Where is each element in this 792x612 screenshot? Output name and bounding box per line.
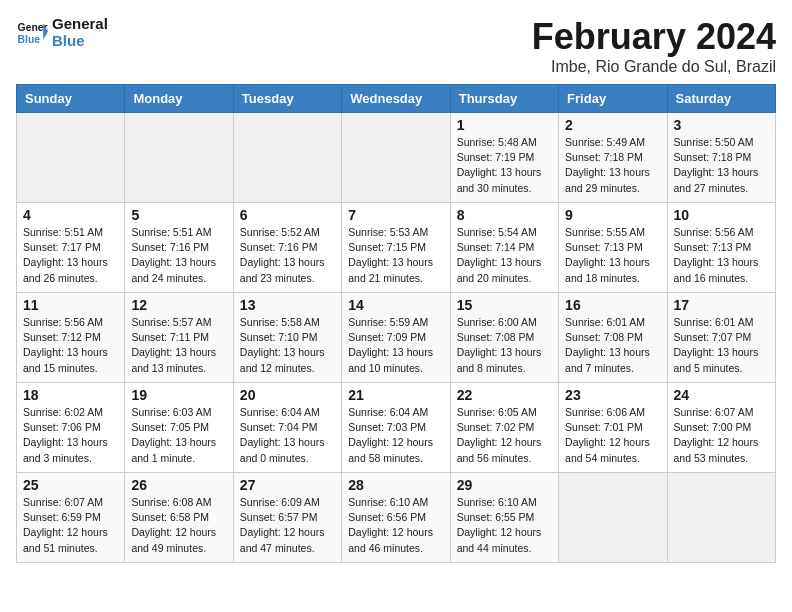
calendar-cell: 29Sunrise: 6:10 AM Sunset: 6:55 PM Dayli… [450, 473, 558, 563]
calendar-cell: 17Sunrise: 6:01 AM Sunset: 7:07 PM Dayli… [667, 293, 775, 383]
calendar-cell: 25Sunrise: 6:07 AM Sunset: 6:59 PM Dayli… [17, 473, 125, 563]
logo: General Blue General Blue [16, 16, 108, 49]
day-info: Sunrise: 5:51 AM Sunset: 7:16 PM Dayligh… [131, 225, 226, 286]
day-info: Sunrise: 6:04 AM Sunset: 7:03 PM Dayligh… [348, 405, 443, 466]
weekday-header-sunday: Sunday [17, 85, 125, 113]
day-info: Sunrise: 5:49 AM Sunset: 7:18 PM Dayligh… [565, 135, 660, 196]
weekday-header-tuesday: Tuesday [233, 85, 341, 113]
day-number: 19 [131, 387, 226, 403]
header: General Blue General Blue February 2024 … [16, 16, 776, 76]
calendar-cell: 9Sunrise: 5:55 AM Sunset: 7:13 PM Daylig… [559, 203, 667, 293]
calendar-cell: 11Sunrise: 5:56 AM Sunset: 7:12 PM Dayli… [17, 293, 125, 383]
calendar-cell: 24Sunrise: 6:07 AM Sunset: 7:00 PM Dayli… [667, 383, 775, 473]
calendar-cell [125, 113, 233, 203]
day-info: Sunrise: 6:04 AM Sunset: 7:04 PM Dayligh… [240, 405, 335, 466]
weekday-header-monday: Monday [125, 85, 233, 113]
day-number: 27 [240, 477, 335, 493]
weekday-header-wednesday: Wednesday [342, 85, 450, 113]
logo-blue: Blue [52, 33, 108, 50]
week-row-2: 11Sunrise: 5:56 AM Sunset: 7:12 PM Dayli… [17, 293, 776, 383]
day-info: Sunrise: 5:55 AM Sunset: 7:13 PM Dayligh… [565, 225, 660, 286]
calendar-cell: 4Sunrise: 5:51 AM Sunset: 7:17 PM Daylig… [17, 203, 125, 293]
day-info: Sunrise: 5:56 AM Sunset: 7:13 PM Dayligh… [674, 225, 769, 286]
calendar-cell [17, 113, 125, 203]
calendar-cell: 8Sunrise: 5:54 AM Sunset: 7:14 PM Daylig… [450, 203, 558, 293]
day-info: Sunrise: 5:58 AM Sunset: 7:10 PM Dayligh… [240, 315, 335, 376]
svg-text:Blue: Blue [18, 33, 41, 44]
calendar-cell: 23Sunrise: 6:06 AM Sunset: 7:01 PM Dayli… [559, 383, 667, 473]
day-number: 1 [457, 117, 552, 133]
day-number: 23 [565, 387, 660, 403]
day-info: Sunrise: 6:07 AM Sunset: 7:00 PM Dayligh… [674, 405, 769, 466]
logo-general: General [52, 16, 108, 33]
day-number: 8 [457, 207, 552, 223]
day-info: Sunrise: 6:00 AM Sunset: 7:08 PM Dayligh… [457, 315, 552, 376]
day-info: Sunrise: 5:54 AM Sunset: 7:14 PM Dayligh… [457, 225, 552, 286]
day-info: Sunrise: 6:10 AM Sunset: 6:55 PM Dayligh… [457, 495, 552, 556]
calendar-cell: 16Sunrise: 6:01 AM Sunset: 7:08 PM Dayli… [559, 293, 667, 383]
day-number: 2 [565, 117, 660, 133]
calendar-cell [342, 113, 450, 203]
calendar-cell [667, 473, 775, 563]
calendar-subtitle: Imbe, Rio Grande do Sul, Brazil [532, 58, 776, 76]
day-number: 4 [23, 207, 118, 223]
week-row-3: 18Sunrise: 6:02 AM Sunset: 7:06 PM Dayli… [17, 383, 776, 473]
calendar-cell: 2Sunrise: 5:49 AM Sunset: 7:18 PM Daylig… [559, 113, 667, 203]
day-info: Sunrise: 5:53 AM Sunset: 7:15 PM Dayligh… [348, 225, 443, 286]
day-number: 13 [240, 297, 335, 313]
day-info: Sunrise: 6:10 AM Sunset: 6:56 PM Dayligh… [348, 495, 443, 556]
day-number: 7 [348, 207, 443, 223]
day-number: 3 [674, 117, 769, 133]
weekday-header-saturday: Saturday [667, 85, 775, 113]
calendar-cell [233, 113, 341, 203]
day-info: Sunrise: 6:03 AM Sunset: 7:05 PM Dayligh… [131, 405, 226, 466]
day-info: Sunrise: 5:51 AM Sunset: 7:17 PM Dayligh… [23, 225, 118, 286]
day-number: 20 [240, 387, 335, 403]
week-row-0: 1Sunrise: 5:48 AM Sunset: 7:19 PM Daylig… [17, 113, 776, 203]
calendar-cell: 26Sunrise: 6:08 AM Sunset: 6:58 PM Dayli… [125, 473, 233, 563]
day-number: 16 [565, 297, 660, 313]
day-info: Sunrise: 5:52 AM Sunset: 7:16 PM Dayligh… [240, 225, 335, 286]
day-number: 28 [348, 477, 443, 493]
calendar-cell: 13Sunrise: 5:58 AM Sunset: 7:10 PM Dayli… [233, 293, 341, 383]
day-info: Sunrise: 6:09 AM Sunset: 6:57 PM Dayligh… [240, 495, 335, 556]
day-info: Sunrise: 5:48 AM Sunset: 7:19 PM Dayligh… [457, 135, 552, 196]
day-info: Sunrise: 6:06 AM Sunset: 7:01 PM Dayligh… [565, 405, 660, 466]
logo-icon: General Blue [16, 17, 48, 49]
calendar-cell: 20Sunrise: 6:04 AM Sunset: 7:04 PM Dayli… [233, 383, 341, 473]
day-number: 25 [23, 477, 118, 493]
calendar-cell: 18Sunrise: 6:02 AM Sunset: 7:06 PM Dayli… [17, 383, 125, 473]
weekday-header-thursday: Thursday [450, 85, 558, 113]
calendar-title: February 2024 [532, 16, 776, 58]
title-area: February 2024 Imbe, Rio Grande do Sul, B… [532, 16, 776, 76]
calendar-cell: 27Sunrise: 6:09 AM Sunset: 6:57 PM Dayli… [233, 473, 341, 563]
calendar-cell: 21Sunrise: 6:04 AM Sunset: 7:03 PM Dayli… [342, 383, 450, 473]
calendar-cell: 19Sunrise: 6:03 AM Sunset: 7:05 PM Dayli… [125, 383, 233, 473]
day-number: 22 [457, 387, 552, 403]
weekday-header-row: SundayMondayTuesdayWednesdayThursdayFrid… [17, 85, 776, 113]
day-number: 14 [348, 297, 443, 313]
day-number: 9 [565, 207, 660, 223]
day-info: Sunrise: 6:05 AM Sunset: 7:02 PM Dayligh… [457, 405, 552, 466]
day-info: Sunrise: 5:57 AM Sunset: 7:11 PM Dayligh… [131, 315, 226, 376]
calendar-cell: 28Sunrise: 6:10 AM Sunset: 6:56 PM Dayli… [342, 473, 450, 563]
calendar-cell: 6Sunrise: 5:52 AM Sunset: 7:16 PM Daylig… [233, 203, 341, 293]
day-number: 10 [674, 207, 769, 223]
calendar-cell [559, 473, 667, 563]
calendar-cell: 12Sunrise: 5:57 AM Sunset: 7:11 PM Dayli… [125, 293, 233, 383]
calendar-cell: 22Sunrise: 6:05 AM Sunset: 7:02 PM Dayli… [450, 383, 558, 473]
day-number: 18 [23, 387, 118, 403]
day-info: Sunrise: 5:56 AM Sunset: 7:12 PM Dayligh… [23, 315, 118, 376]
day-number: 21 [348, 387, 443, 403]
calendar-cell: 14Sunrise: 5:59 AM Sunset: 7:09 PM Dayli… [342, 293, 450, 383]
day-number: 24 [674, 387, 769, 403]
day-info: Sunrise: 6:02 AM Sunset: 7:06 PM Dayligh… [23, 405, 118, 466]
day-number: 5 [131, 207, 226, 223]
weekday-header-friday: Friday [559, 85, 667, 113]
day-number: 17 [674, 297, 769, 313]
calendar-cell: 15Sunrise: 6:00 AM Sunset: 7:08 PM Dayli… [450, 293, 558, 383]
calendar-cell: 10Sunrise: 5:56 AM Sunset: 7:13 PM Dayli… [667, 203, 775, 293]
day-number: 29 [457, 477, 552, 493]
day-number: 6 [240, 207, 335, 223]
calendar-cell: 5Sunrise: 5:51 AM Sunset: 7:16 PM Daylig… [125, 203, 233, 293]
